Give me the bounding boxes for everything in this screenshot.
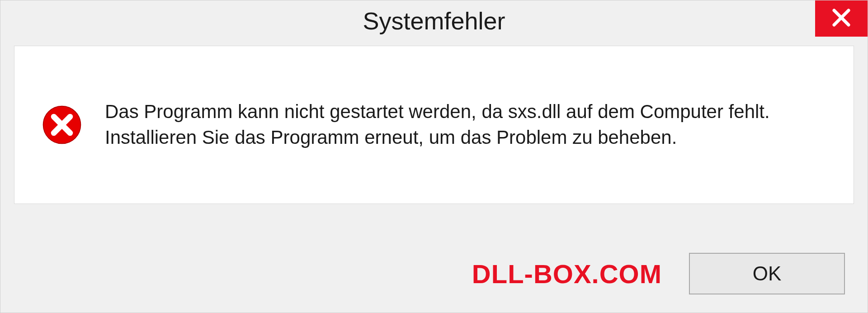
titlebar: Systemfehler	[0, 0, 868, 41]
content-panel: Das Programm kann nicht gestartet werden…	[14, 46, 854, 204]
close-icon	[831, 8, 851, 29]
error-dialog: Systemfehler Das Programm kann nicht ges…	[0, 0, 868, 313]
dialog-title: Systemfehler	[363, 7, 505, 35]
error-message: Das Programm kann nicht gestartet werden…	[105, 99, 826, 150]
ok-button[interactable]: OK	[689, 253, 845, 294]
footer: DLL-BOX.COM OK	[0, 253, 868, 294]
watermark-text: DLL-BOX.COM	[472, 259, 662, 289]
error-icon	[42, 104, 82, 145]
close-button[interactable]	[815, 0, 868, 37]
ok-button-label: OK	[753, 262, 782, 285]
